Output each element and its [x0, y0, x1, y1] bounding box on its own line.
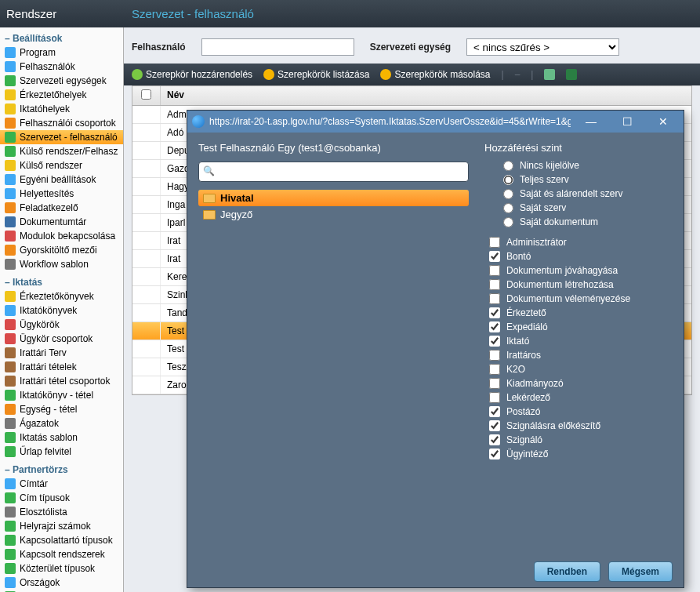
role-checkbox[interactable]	[489, 350, 500, 361]
role-checkbox[interactable]	[489, 449, 500, 459]
sidebar-item[interactable]: Szervezet - felhasználó	[0, 130, 123, 144]
close-button[interactable]: ✕	[647, 115, 679, 128]
maximize-button[interactable]: ☐	[611, 115, 643, 128]
tree-search-input[interactable]	[198, 162, 469, 182]
role-checkbox[interactable]	[489, 251, 500, 262]
access-radio-row[interactable]: Saját és alárendelt szerv	[484, 187, 673, 201]
role-checkbox[interactable]	[489, 307, 500, 318]
sidebar-item[interactable]: Program	[0, 45, 123, 60]
sidebar-item[interactable]: Ügykör csoportok	[0, 332, 123, 346]
role-checkbox[interactable]	[489, 364, 500, 375]
sidebar-item[interactable]: Feladatkezelő	[0, 201, 123, 215]
access-radio[interactable]	[503, 161, 513, 171]
minimize-button[interactable]: —	[575, 115, 607, 128]
sidebar-item[interactable]: Címtár	[0, 477, 123, 491]
org-filter-select[interactable]: < nincs szűrés >	[466, 38, 619, 56]
copy-roles-button[interactable]: Szerepkörök másolása	[380, 69, 490, 80]
print-icon[interactable]	[544, 69, 555, 80]
sidebar-item[interactable]: Ügykörök	[0, 318, 123, 332]
sidebar-item[interactable]: Gyorskitöltő mezői	[0, 243, 123, 257]
sidebar-item[interactable]: Modulok bekapcsolása	[0, 229, 123, 243]
role-checkbox[interactable]	[489, 321, 500, 332]
sidebar-item[interactable]: Workflow sablon	[0, 257, 123, 271]
sidebar-item[interactable]: Cím típusok	[0, 491, 123, 505]
access-radio-row[interactable]: Saját szerv	[484, 201, 673, 215]
cancel-button[interactable]: Mégsem	[608, 561, 673, 582]
access-radio[interactable]	[503, 217, 513, 227]
role-checkbox[interactable]	[489, 378, 500, 389]
sidebar-item[interactable]: Felhasználói csoportok	[0, 116, 123, 130]
role-check-row[interactable]: Ügyintéző	[484, 447, 673, 461]
role-check-row[interactable]: Érkeztető	[484, 306, 673, 320]
assign-role-button[interactable]: Szerepkör hozzárendelés	[132, 69, 252, 80]
sidebar-item[interactable]: Irattári tételek	[0, 360, 123, 374]
sidebar-item[interactable]: Iktatókönyv - tétel	[0, 388, 123, 402]
sidebar-item[interactable]: Szervezeti egységek	[0, 74, 123, 88]
sidebar-item[interactable]: Külső rendszer/Felhasz	[0, 144, 123, 158]
role-checkbox[interactable]	[489, 265, 500, 276]
role-check-row[interactable]: Expediáló	[484, 320, 673, 334]
excel-icon[interactable]	[566, 69, 577, 80]
role-checkbox[interactable]	[489, 434, 500, 445]
role-checkbox[interactable]	[489, 293, 500, 304]
role-checkbox[interactable]	[489, 336, 500, 347]
role-check-row[interactable]: Dokumentum létrehozása	[484, 278, 673, 292]
sidebar-section[interactable]: Partnertörzs	[0, 462, 123, 477]
role-check-row[interactable]: Adminisztrátor	[484, 235, 673, 249]
access-radio-row[interactable]: Nincs kijelölve	[484, 158, 673, 173]
role-check-row[interactable]: Irattáros	[484, 348, 673, 362]
role-check-row[interactable]: Szignáló	[484, 433, 673, 447]
sidebar-item[interactable]: Felhasználók	[0, 60, 123, 74]
role-check-row[interactable]: Kiadmányozó	[484, 376, 673, 390]
ok-button[interactable]: Rendben	[534, 561, 600, 582]
sidebar-item[interactable]: Iktatás sablon	[0, 430, 123, 445]
role-checkbox[interactable]	[489, 420, 500, 431]
access-radio[interactable]	[503, 175, 513, 185]
sidebar-item[interactable]: Helyettesítés	[0, 187, 123, 201]
dialog-titlebar[interactable]: https://irat-20-t.asp.lgov.hu/?class=Sys…	[187, 111, 684, 133]
role-check-row[interactable]: Dokumentum jóváhagyása	[484, 263, 673, 278]
sidebar-item[interactable]: Egyéni beállítások	[0, 173, 123, 187]
sidebar-item[interactable]: Iktatókönyvek	[0, 303, 123, 318]
role-checkbox[interactable]	[489, 237, 500, 248]
sidebar-item[interactable]: Kapcsolt rendszerek	[0, 547, 123, 561]
sidebar-item[interactable]: Érkeztetőhelyek	[0, 88, 123, 102]
select-all-checkbox[interactable]	[141, 89, 151, 100]
list-roles-button[interactable]: Szerepkörök listázása	[263, 69, 369, 80]
role-checkbox[interactable]	[489, 392, 500, 403]
sidebar-item[interactable]: Elosztólista	[0, 505, 123, 519]
sidebar-item[interactable]: Közterület típusok	[0, 561, 123, 576]
role-check-label: Postázó	[506, 406, 540, 417]
sidebar-item[interactable]: Országok	[0, 576, 123, 590]
tree-item[interactable]: Hivatal	[198, 190, 469, 206]
access-radio[interactable]	[503, 203, 513, 213]
role-check-row[interactable]: Szignálásra előkészítő	[484, 419, 673, 433]
sidebar-item[interactable]: Dokumentumtár	[0, 215, 123, 229]
sidebar-item[interactable]: Űrlap felvitel	[0, 445, 123, 459]
sidebar-item[interactable]: Érkeztetőkönyvek	[0, 289, 123, 303]
role-check-row[interactable]: Lekérdező	[484, 390, 673, 405]
column-header-name[interactable]: Név	[161, 86, 691, 105]
access-radio[interactable]	[503, 189, 513, 199]
sidebar-item[interactable]: Külső rendszer	[0, 158, 123, 173]
sidebar-item[interactable]: Helyrajzi számok	[0, 519, 123, 533]
sidebar-section[interactable]: Iktatás	[0, 274, 123, 289]
role-check-row[interactable]: Dokumentum véleményezése	[484, 292, 673, 306]
role-check-row[interactable]: K2O	[484, 362, 673, 376]
access-radio-row[interactable]: Teljes szerv	[484, 173, 673, 187]
role-check-row[interactable]: Iktató	[484, 334, 673, 348]
sidebar-item[interactable]: Egység - tétel	[0, 402, 123, 416]
sidebar-item[interactable]: Irattári Terv	[0, 346, 123, 360]
sidebar-item[interactable]: Kapcsolattartó típusok	[0, 533, 123, 547]
role-checkbox[interactable]	[489, 406, 500, 417]
sidebar-item[interactable]: Iktatóhelyek	[0, 102, 123, 116]
sidebar-item[interactable]: Irattári tétel csoportok	[0, 374, 123, 388]
role-check-row[interactable]: Bontó	[484, 249, 673, 263]
role-checkbox[interactable]	[489, 279, 500, 290]
sidebar-item[interactable]: Ágazatok	[0, 416, 123, 430]
role-check-row[interactable]: Postázó	[484, 405, 673, 419]
sidebar-section[interactable]: Beállítások	[0, 31, 123, 45]
access-radio-row[interactable]: Saját dokumentum	[484, 215, 673, 229]
user-filter-input[interactable]	[201, 38, 354, 56]
tree-item[interactable]: Jegyző	[198, 206, 469, 223]
